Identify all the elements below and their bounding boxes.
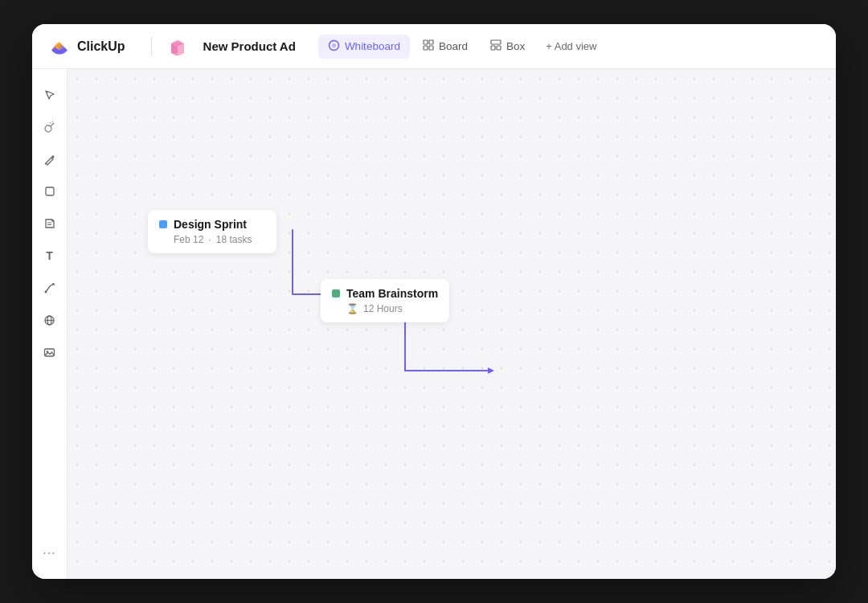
text-tool[interactable]: T <box>37 243 63 269</box>
globe-tool[interactable] <box>37 307 63 333</box>
pen-tool[interactable] <box>37 146 63 172</box>
svg-point-5 <box>332 43 336 47</box>
rectangle-tool[interactable] <box>37 178 63 204</box>
header: ClickUp New Product Ad Whitebo <box>32 24 836 69</box>
add-view-button[interactable]: + Add view <box>538 35 604 57</box>
tab-box-label: Box <box>506 40 525 52</box>
connector-lines <box>68 69 836 579</box>
magic-tool[interactable] <box>37 114 63 140</box>
whiteboard-canvas[interactable]: Design Sprint Feb 12 · 18 tasks Team Bra… <box>68 69 836 579</box>
header-divider <box>151 37 152 56</box>
svg-rect-12 <box>497 46 501 50</box>
add-view-label: + Add view <box>546 40 596 52</box>
left-toolbar: T <box>32 69 68 579</box>
tab-board-label: Board <box>439 40 468 52</box>
team-brainstorm-dot <box>332 289 340 297</box>
project-name: New Product Ad <box>203 39 296 53</box>
svg-rect-9 <box>429 46 433 50</box>
cursor-tool[interactable] <box>37 82 63 108</box>
logo-area[interactable]: ClickUp <box>48 35 125 58</box>
tab-whiteboard[interactable]: Whiteboard <box>318 35 410 59</box>
tab-board[interactable]: Board <box>413 35 477 58</box>
connector-tool[interactable] <box>37 275 63 301</box>
main-area: T <box>32 69 836 579</box>
team-brainstorm-meta: ⌛ 12 Hours <box>346 303 438 314</box>
team-brainstorm-card[interactable]: Team Brainstorm ⌛ 12 Hours <box>321 279 449 322</box>
image-tool[interactable] <box>37 339 63 365</box>
nav-tabs: Whiteboard Board <box>318 35 605 59</box>
svg-rect-6 <box>424 40 428 44</box>
svg-rect-14 <box>46 187 54 195</box>
svg-rect-21 <box>45 349 55 356</box>
svg-point-17 <box>44 291 47 293</box>
more-tools[interactable]: ··· <box>37 540 63 566</box>
hours-icon: ⌛ <box>346 303 358 314</box>
box-icon <box>490 39 502 53</box>
svg-rect-7 <box>429 40 433 44</box>
svg-point-13 <box>45 125 51 132</box>
design-sprint-dot <box>159 220 167 228</box>
svg-rect-10 <box>491 40 501 44</box>
board-icon <box>423 39 434 53</box>
design-sprint-meta: Feb 12 · 18 tasks <box>174 234 265 245</box>
svg-marker-24 <box>488 367 494 374</box>
svg-rect-8 <box>424 46 428 50</box>
design-sprint-title: Design Sprint <box>159 218 265 231</box>
team-brainstorm-title: Team Brainstorm <box>332 287 438 300</box>
clickup-logo-icon <box>48 35 71 58</box>
note-tool[interactable] <box>37 211 63 236</box>
app-window: ClickUp New Product Ad Whitebo <box>32 24 836 579</box>
design-sprint-card[interactable]: Design Sprint Feb 12 · 18 tasks <box>148 210 276 253</box>
whiteboard-icon <box>328 39 340 54</box>
svg-rect-11 <box>491 46 495 50</box>
tab-whiteboard-label: Whiteboard <box>345 40 400 52</box>
tab-box[interactable]: Box <box>481 35 534 58</box>
logo-text: ClickUp <box>77 39 125 54</box>
project-icon <box>168 37 187 56</box>
